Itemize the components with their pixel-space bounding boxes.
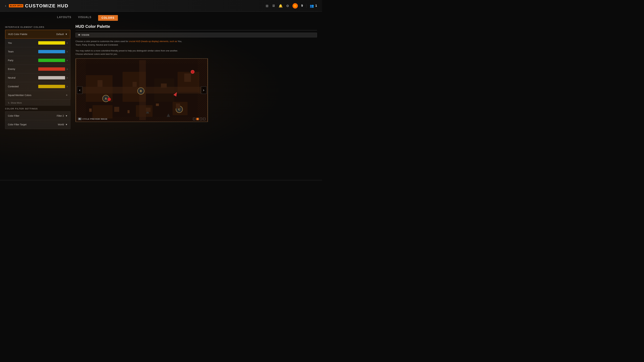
team-label: Team bbox=[8, 50, 14, 53]
right-panel: HUD Color Palette 👁 VISION Choose a colo… bbox=[76, 24, 317, 177]
color-filter-target-label: Color Filter Target bbox=[8, 123, 26, 126]
desc1-start: Choose a color preset to customize the c… bbox=[76, 40, 129, 42]
show-more-label: Show More bbox=[11, 102, 22, 104]
you-label: You bbox=[8, 41, 12, 44]
party-chevron: › bbox=[67, 59, 68, 62]
color-filter-target-row[interactable]: Color Filter Target World ▼ bbox=[5, 120, 70, 129]
bell-icon[interactable]: 🔔 bbox=[278, 4, 283, 8]
squad-member-colors-row[interactable]: Squad Member Colors + bbox=[5, 91, 70, 99]
users-icon: 👥 bbox=[310, 4, 314, 8]
header: ‹ BLACK OPS 6 CUSTOMIZE HUD ⊞ 🖥 🔔 ⚙ 🟠 9 … bbox=[0, 0, 322, 12]
svg-rect-31 bbox=[184, 73, 191, 82]
you-color-row[interactable]: You › bbox=[5, 38, 70, 47]
color-filter-target-arrow: ▼ bbox=[65, 123, 68, 126]
svg-rect-36 bbox=[156, 104, 159, 106]
squad-label: Squad Member Colors bbox=[8, 94, 31, 96]
svg-text:B: B bbox=[140, 90, 142, 92]
svg-rect-28 bbox=[98, 80, 102, 87]
map-dot-2[interactable] bbox=[196, 118, 199, 120]
page-title: CUSTOMIZE HUD bbox=[25, 3, 68, 8]
right-panel-title: HUD Color Palette bbox=[76, 24, 317, 30]
map-dot-3[interactable] bbox=[200, 118, 202, 120]
badge-icon: 🟠 bbox=[294, 4, 296, 7]
hud-color-palette-row[interactable]: HUD Color Palette Default ▼ bbox=[5, 30, 70, 38]
party-color-row[interactable]: Party › bbox=[5, 56, 70, 65]
left-panel: INTERFACE ELEMENT COLORS HUD Color Palet… bbox=[5, 24, 70, 177]
users-group: 👥 1 bbox=[306, 4, 317, 8]
map-nav-right[interactable]: › bbox=[201, 86, 206, 94]
nav-tabs: LAYOUTS VISUALS COLORS bbox=[0, 12, 322, 21]
neutral-value: › bbox=[38, 76, 68, 79]
color-filter-row[interactable]: Color Filter Filter 2 ▼ bbox=[5, 111, 70, 120]
player-badge: 🟠 bbox=[292, 3, 298, 8]
map-dot-4[interactable] bbox=[203, 118, 206, 120]
enemy-chevron: › bbox=[67, 67, 68, 70]
enemy-color-row[interactable]: Enemy › bbox=[5, 65, 70, 73]
color-filter-value-text: Filter 2 bbox=[57, 114, 64, 117]
interface-section-title: INTERFACE ELEMENT COLORS bbox=[5, 26, 70, 28]
svg-rect-34 bbox=[176, 104, 180, 109]
map-dots bbox=[193, 118, 206, 120]
neutral-color-row[interactable]: Neutral › bbox=[5, 73, 70, 82]
description1: Choose a color preset to customize the c… bbox=[76, 40, 183, 47]
monitor-icon[interactable]: 🖥 bbox=[272, 4, 275, 8]
color-filter-value: Filter 2 ▼ bbox=[57, 114, 68, 117]
you-value: › bbox=[38, 41, 68, 44]
vision-badge: 👁 VISION bbox=[76, 33, 317, 37]
enemy-color-bar bbox=[38, 67, 65, 71]
enemy-label: Enemy bbox=[8, 68, 15, 70]
map-preview: A B C bbox=[76, 58, 208, 122]
g-key: G bbox=[78, 118, 82, 120]
user-count: 1 bbox=[315, 4, 317, 7]
svg-rect-32 bbox=[114, 107, 119, 112]
team-color-bar bbox=[38, 50, 65, 53]
party-label: Party bbox=[8, 59, 14, 62]
svg-point-19 bbox=[108, 98, 111, 101]
map-svg: A B C bbox=[76, 58, 208, 122]
palette-dropdown-arrow: ▼ bbox=[65, 33, 68, 35]
palette-label: HUD Color Palette bbox=[8, 33, 27, 35]
color-filter-section-title: COLOR FILTER SETTINGS bbox=[5, 107, 70, 110]
svg-rect-30 bbox=[161, 83, 167, 88]
color-filter-target-value: World ▼ bbox=[58, 123, 68, 126]
party-value: › bbox=[38, 59, 68, 62]
game-logo: BLACK OPS 6 bbox=[9, 4, 23, 7]
interface-settings-list: HUD Color Palette Default ▼ You › Team bbox=[5, 30, 70, 100]
grid-icon[interactable]: ⊞ bbox=[266, 4, 268, 8]
palette-value-text: Default bbox=[56, 33, 64, 35]
tab-visuals[interactable]: VISUALS bbox=[78, 16, 92, 20]
show-more-arrow: ↳ bbox=[8, 101, 10, 104]
svg-rect-33 bbox=[146, 108, 150, 112]
bottom-bar: ESC BACK S RESET ALL 11.2.20309444 [24-3… bbox=[0, 180, 322, 181]
neutral-label: Neutral bbox=[8, 76, 16, 79]
neutral-chevron: › bbox=[67, 76, 68, 79]
color-filter-settings-list: Color Filter Filter 2 ▼ Color Filter Tar… bbox=[5, 111, 70, 129]
team-value: › bbox=[38, 50, 68, 53]
contested-color-bar bbox=[38, 85, 65, 88]
team-chevron: › bbox=[67, 50, 68, 53]
you-color-bar bbox=[38, 41, 65, 44]
cycle-label: G CYCLE PREVIEW IMAGE bbox=[78, 118, 108, 120]
svg-rect-6 bbox=[92, 105, 112, 119]
palette-value: Default ▼ bbox=[56, 33, 68, 35]
settings-icon[interactable]: ⚙ bbox=[286, 4, 289, 8]
map-nav-left[interactable]: ‹ bbox=[77, 86, 82, 94]
color-filter-label: Color Filter bbox=[8, 114, 19, 117]
map-dot-1[interactable] bbox=[193, 118, 196, 120]
header-left: ‹ BLACK OPS 6 CUSTOMIZE HUD bbox=[5, 3, 68, 8]
tab-layouts[interactable]: LAYOUTS bbox=[57, 16, 71, 20]
svg-rect-29 bbox=[132, 82, 137, 87]
contested-color-row[interactable]: Contested › bbox=[5, 82, 70, 91]
cycle-text: CYCLE PREVIEW IMAGE bbox=[82, 118, 108, 120]
svg-rect-37 bbox=[128, 110, 130, 113]
back-arrow-icon[interactable]: ‹ bbox=[5, 4, 6, 8]
svg-rect-35 bbox=[89, 109, 92, 112]
team-color-row[interactable]: Team › bbox=[5, 47, 70, 56]
contested-value: › bbox=[38, 85, 68, 88]
main-content: INTERFACE ELEMENT COLORS HUD Color Palet… bbox=[0, 21, 322, 180]
vision-label: VISION bbox=[82, 34, 90, 36]
tab-colors[interactable]: COLORS bbox=[98, 15, 118, 21]
party-color-bar bbox=[38, 59, 65, 62]
desc1-highlight: crucial HUD (heads-up display) elements,… bbox=[129, 40, 177, 42]
show-more-row[interactable]: ↳ Show More bbox=[5, 100, 70, 106]
